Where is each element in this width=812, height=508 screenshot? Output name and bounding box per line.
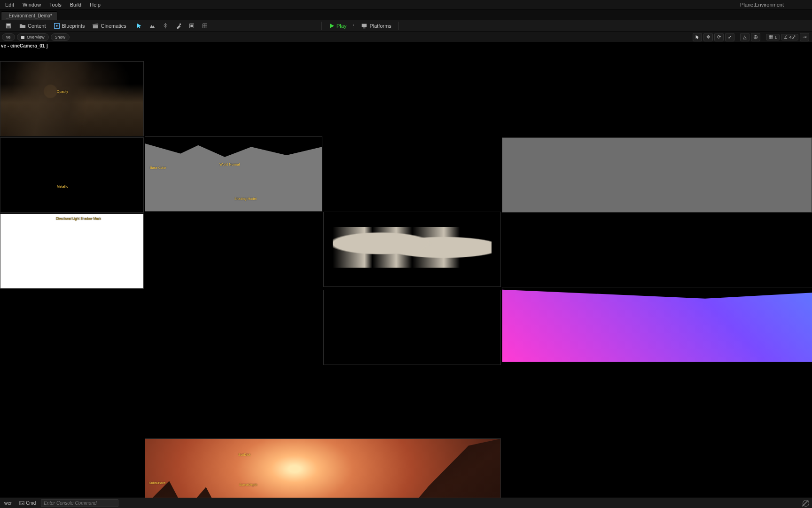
level-tab-row: _Environment_Demo* [0,9,812,20]
modeling-mode-icon[interactable] [187,21,197,31]
menu-tools[interactable]: Tools [45,1,66,8]
scale-tool-icon[interactable]: ⤢ [725,33,734,41]
blueprints-button[interactable]: Blueprints [50,21,88,31]
landscape-mode-icon[interactable] [147,21,157,31]
pane-label: Base Color [150,166,166,169]
cinematics-button[interactable]: Cinematics [89,21,129,31]
viewport-area: Opacity Base Color World Normal Shading … [0,47,812,494]
pane-ao[interactable] [323,212,501,287]
snap-globe-icon[interactable] [751,33,760,41]
pane-label: Metallic [57,185,68,188]
snap-surface-icon[interactable]: △ [740,33,750,41]
cinematics-label: Cinematics [101,23,126,29]
camera-speed-icon[interactable]: ⇥ [800,33,809,41]
camera-label: ve - cineCamera_01 ] [1,43,48,48]
pane-label: Directional Light Shadow Mask [56,217,101,220]
pane-label: Subsurface [149,481,165,484]
viewmode-label: Overview [27,35,45,40]
separator [321,22,322,30]
platforms-label: Platforms [369,23,391,29]
fracture-mode-icon[interactable] [200,21,210,31]
grid-snap-value: 1 [774,35,777,40]
angle-icon: ∠ [784,35,788,40]
separator-2 [398,22,399,30]
project-name: PlanetEnvironment [740,2,784,8]
content-drawer-button[interactable]: wer [2,500,14,506]
mesh-paint-mode-icon[interactable] [173,21,184,31]
pane-label: SceneDepth [239,483,258,486]
play-button[interactable]: Play [326,22,350,30]
svg-point-7 [180,24,181,25]
pane-flat[interactable] [502,137,812,213]
rotate-tool-icon[interactable]: ⟳ [714,33,724,41]
menu-bar: Edit Window Tools Build Help PlanetEnvir… [0,0,812,9]
clapper-icon [92,23,99,29]
show-pill[interactable]: Show [51,33,70,41]
angle-snap-button[interactable]: ∠ 45° [781,34,798,40]
menu-window[interactable]: Window [18,1,45,8]
pane-label: World Normal [219,163,240,166]
viewmode-icon [21,36,24,39]
pane-label: Opacity [57,90,68,93]
content-label: Content [28,23,46,29]
grid-snap-button[interactable]: 1 [766,34,780,40]
pane-metallic[interactable]: Metallic [0,137,144,213]
console-input[interactable] [41,499,118,507]
content-button[interactable]: Content [16,21,49,31]
pane-normals[interactable] [502,287,812,362]
level-tab[interactable]: _Environment_Demo* [1,11,57,20]
angle-snap-value: 45° [789,35,796,40]
play-label: Play [336,23,346,29]
menu-build[interactable]: Build [66,1,86,8]
select-tool-icon[interactable] [693,33,702,41]
cmd-label: Cmd [26,500,36,506]
foliage-mode-icon[interactable] [160,21,171,31]
pane-basecolor[interactable]: Base Color World Normal Shading Model [145,136,322,212]
save-button[interactable] [2,21,15,31]
mode-icons-group [134,21,210,31]
svg-point-4 [56,25,58,27]
svg-rect-9 [190,24,193,27]
translate-tool-icon[interactable]: ✥ [703,33,713,41]
drawer-label: wer [4,500,12,506]
pane-empty[interactable] [323,290,501,365]
viewmode-pill[interactable]: Overview [17,33,49,41]
no-source-control-icon[interactable] [801,499,811,508]
platforms-icon [361,23,367,29]
pane-lightmask[interactable]: Directional Light Shadow Mask [0,214,144,289]
play-group: Play ⋮ Platforms [320,20,401,32]
svg-rect-10 [362,24,367,27]
svg-rect-2 [7,26,9,28]
pane-lit[interactable]: Opacity [0,61,144,136]
cmd-icon [19,500,24,506]
menu-edit[interactable]: Edit [1,1,18,8]
pane-label: Shading Model [234,197,257,200]
viewport-toolbar: ve Overview Show ✥ ⟳ ⤢ △ 1 ∠ 45° ⇥ [0,32,812,42]
select-mode-icon[interactable] [134,21,144,31]
menu-help[interactable]: Help [86,1,105,8]
blueprints-label: Blueprints [62,23,85,29]
main-toolbar: Content Blueprints Cinematics [0,20,812,32]
viewport-mode-pill[interactable]: ve [2,33,15,41]
svg-rect-1 [7,24,10,26]
viewport-right-tools: ✥ ⟳ ⤢ △ 1 ∠ 45° ⇥ [693,33,809,41]
save-icon [5,23,12,29]
status-bar: wer Cmd [0,498,812,508]
buffer-grid: Opacity Base Color World Normal Shading … [0,61,812,367]
blueprint-icon [54,23,60,29]
svg-rect-5 [93,25,98,28]
folder-icon [19,23,26,29]
pane-label: SunDisk [238,453,250,456]
platforms-button[interactable]: Platforms [358,21,394,31]
cmd-button[interactable]: Cmd [17,500,38,506]
play-options-icon[interactable]: ⋮ [351,24,356,28]
svg-rect-11 [363,28,366,29]
